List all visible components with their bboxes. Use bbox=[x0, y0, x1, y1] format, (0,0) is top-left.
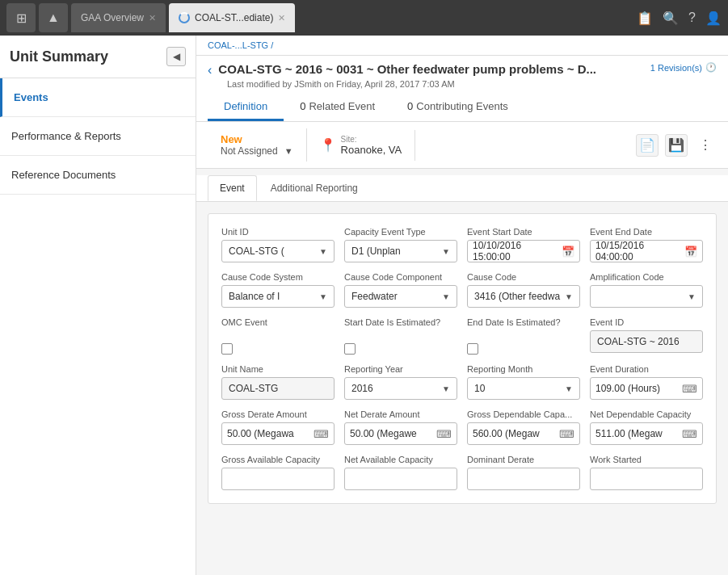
field-net-derate-amount: Net Derate Amount 50.00 (Megawe ⌨ bbox=[344, 409, 457, 445]
action-icons: 📄 💾 ⋮ bbox=[636, 134, 717, 157]
amplification-code-dropdown[interactable]: ▼ bbox=[590, 285, 703, 308]
reporting-year-dropdown[interactable]: 2016 ▼ bbox=[344, 377, 457, 400]
sidebar-item-reference[interactable]: Reference Documents bbox=[0, 156, 196, 195]
grid-icon[interactable]: ⊞ bbox=[6, 3, 36, 32]
field-capacity-event-type: Capacity Event Type D1 (Unplan ▼ bbox=[344, 227, 457, 262]
cause-code-system-arrow: ▼ bbox=[319, 292, 327, 301]
user-icon[interactable]: 👤 bbox=[705, 10, 722, 26]
back-button[interactable]: ‹ bbox=[208, 62, 212, 78]
start-date-estimated-checkbox[interactable] bbox=[344, 343, 356, 355]
calc-icon-net-derate: ⌨ bbox=[436, 428, 452, 440]
gaa-tab-label: GAA Overview bbox=[81, 12, 144, 23]
net-available-input[interactable] bbox=[344, 468, 457, 490]
reporting-month-arrow: ▼ bbox=[565, 384, 573, 393]
help-icon[interactable]: ? bbox=[688, 10, 696, 26]
capacity-event-type-dropdown[interactable]: D1 (Unplan ▼ bbox=[344, 240, 457, 262]
form-area: Unit ID COAL-STG ( ▼ Capacity Event Type… bbox=[196, 202, 728, 575]
status-new-label: New bbox=[221, 133, 242, 145]
field-cause-code-system: Cause Code System Balance of I ▼ bbox=[221, 272, 335, 308]
end-date-estimated-checkbox-row bbox=[467, 330, 580, 355]
copy-icon[interactable]: 📄 bbox=[636, 134, 659, 157]
field-reporting-month: Reporting Month 10 ▼ bbox=[467, 364, 580, 400]
close-gaa-tab[interactable]: ✕ bbox=[149, 13, 156, 23]
assignment-dropdown-arrow[interactable]: ▼ bbox=[284, 146, 293, 156]
close-coal-tab[interactable]: ✕ bbox=[278, 13, 285, 23]
more-actions-icon[interactable]: ⋮ bbox=[694, 134, 717, 157]
field-work-started: Work Started bbox=[590, 455, 703, 490]
unit-id-arrow: ▼ bbox=[319, 247, 327, 256]
field-amplification-code: Amplification Code ▼ bbox=[590, 272, 703, 308]
dominant-derate-input[interactable] bbox=[467, 468, 580, 490]
cause-code-component-dropdown[interactable]: Feedwater ▼ bbox=[344, 285, 457, 308]
unit-name-value: COAL-STG bbox=[221, 377, 335, 400]
event-id-value: COAL-STG ~ 2016 bbox=[590, 330, 703, 353]
net-dependable-input[interactable]: 511.00 (Megaw ⌨ bbox=[590, 422, 703, 445]
clipboard-icon[interactable]: 📋 bbox=[637, 10, 653, 26]
calendar-icon-end: 📅 bbox=[684, 246, 697, 258]
event-start-date-input[interactable]: 10/10/2016 15:00:00 📅 bbox=[467, 240, 580, 262]
sidebar-item-performance[interactable]: Performance & Reports bbox=[0, 117, 196, 156]
field-event-start-date: Event Start Date 10/10/2016 15:00:00 📅 bbox=[467, 227, 580, 262]
calc-icon-duration: ⌨ bbox=[682, 383, 697, 395]
tab-definition[interactable]: Definition bbox=[208, 94, 284, 121]
field-gross-dependable-capacity: Gross Dependable Capa... 560.00 (Megaw ⌨ bbox=[467, 409, 580, 445]
site-label: Site: bbox=[341, 135, 402, 144]
revision-text: 1 Revision(s) bbox=[650, 63, 702, 73]
breadcrumb[interactable]: COAL-...L-STG / bbox=[196, 36, 728, 56]
revision-info: 1 Revision(s) 🕐 bbox=[650, 62, 717, 73]
amplification-code-arrow: ▼ bbox=[688, 292, 696, 301]
tab-coal-stg[interactable]: COAL-ST...ediate) ✕ bbox=[169, 3, 295, 32]
cause-code-component-arrow: ▼ bbox=[442, 292, 450, 301]
location-icon: 📍 bbox=[320, 137, 336, 153]
capacity-event-arrow: ▼ bbox=[442, 247, 450, 256]
field-event-duration: Event Duration 109.00 (Hours) ⌨ bbox=[590, 364, 703, 400]
field-cause-code: Cause Code 3416 (Other feedwa ▼ bbox=[467, 272, 580, 308]
gross-available-input[interactable] bbox=[221, 468, 335, 490]
sub-tabs: Event Additional Reporting bbox=[196, 175, 728, 202]
event-end-date-input[interactable]: 10/15/2016 04:00:00 📅 bbox=[590, 240, 703, 262]
field-omc-event: OMC Event bbox=[221, 317, 335, 355]
save-icon[interactable]: 💾 bbox=[665, 134, 688, 157]
field-net-dependable-capacity: Net Dependable Capacity 511.00 (Megaw ⌨ bbox=[590, 409, 703, 445]
main-tabs: Definition 0 Related Event 0 Contributin… bbox=[208, 94, 717, 121]
coal-tab-label: COAL-ST...ediate) bbox=[195, 12, 273, 23]
history-icon[interactable]: 🕐 bbox=[705, 62, 717, 73]
event-title: COAL-STG ~ 2016 ~ 0031 ~ Other feedwater… bbox=[218, 62, 643, 76]
calc-icon-net-dep: ⌨ bbox=[682, 428, 697, 440]
tab-gaa-overview[interactable]: GAA Overview ✕ bbox=[71, 3, 166, 32]
search-icon[interactable]: 🔍 bbox=[663, 10, 679, 26]
content-area: COAL-...L-STG / ‹ COAL-STG ~ 2016 ~ 0031… bbox=[196, 36, 728, 575]
reporting-month-dropdown[interactable]: 10 ▼ bbox=[467, 377, 580, 400]
status-bar: New Not Assigned ▼ 📍 Site: Roanoke, VA 📄… bbox=[196, 122, 728, 169]
unit-id-dropdown[interactable]: COAL-STG ( ▼ bbox=[221, 240, 335, 262]
sub-tab-additional-reporting[interactable]: Additional Reporting bbox=[259, 175, 370, 201]
gross-derate-input[interactable]: 50.00 (Megawa ⌨ bbox=[221, 422, 335, 445]
field-end-date-estimated: End Date Is Estimated? bbox=[467, 317, 580, 355]
calendar-icon: 📅 bbox=[562, 246, 574, 258]
start-date-estimated-checkbox-row bbox=[344, 330, 457, 355]
field-dominant-derate: Dominant Derate bbox=[467, 455, 580, 490]
last-modified: Last modified by JSmith on Friday, April… bbox=[227, 79, 717, 89]
cause-code-dropdown[interactable]: 3416 (Other feedwa ▼ bbox=[467, 285, 580, 308]
tab-contributing-events[interactable]: 0 Contributing Events bbox=[391, 94, 524, 121]
end-date-estimated-checkbox[interactable] bbox=[467, 343, 478, 355]
field-event-end-date: Event End Date 10/15/2016 04:00:00 📅 bbox=[590, 227, 703, 262]
tab-related-event[interactable]: 0 Related Event bbox=[284, 94, 391, 121]
reporting-year-arrow: ▼ bbox=[442, 384, 450, 393]
field-cause-code-component: Cause Code Component Feedwater ▼ bbox=[344, 272, 457, 308]
sidebar-item-events[interactable]: Events bbox=[0, 78, 196, 117]
sub-tab-event[interactable]: Event bbox=[208, 175, 257, 201]
omc-event-checkbox-row bbox=[221, 330, 335, 355]
cause-code-system-dropdown[interactable]: Balance of I ▼ bbox=[221, 285, 335, 308]
calc-icon-gross-derate: ⌨ bbox=[314, 428, 329, 440]
work-started-input[interactable] bbox=[590, 468, 703, 490]
field-reporting-year: Reporting Year 2016 ▼ bbox=[344, 364, 457, 400]
not-assigned-label: Not Assigned bbox=[221, 145, 278, 157]
omc-event-checkbox[interactable] bbox=[221, 343, 233, 355]
warning-icon[interactable]: ▲ bbox=[39, 3, 68, 32]
net-derate-input[interactable]: 50.00 (Megawe ⌨ bbox=[344, 422, 457, 445]
gross-dependable-input[interactable]: 560.00 (Megaw ⌨ bbox=[467, 422, 580, 445]
field-net-available-capacity: Net Available Capacity bbox=[344, 455, 457, 490]
sidebar-collapse-button[interactable]: ◀ bbox=[166, 47, 186, 66]
event-header: ‹ COAL-STG ~ 2016 ~ 0031 ~ Other feedwat… bbox=[196, 56, 728, 122]
